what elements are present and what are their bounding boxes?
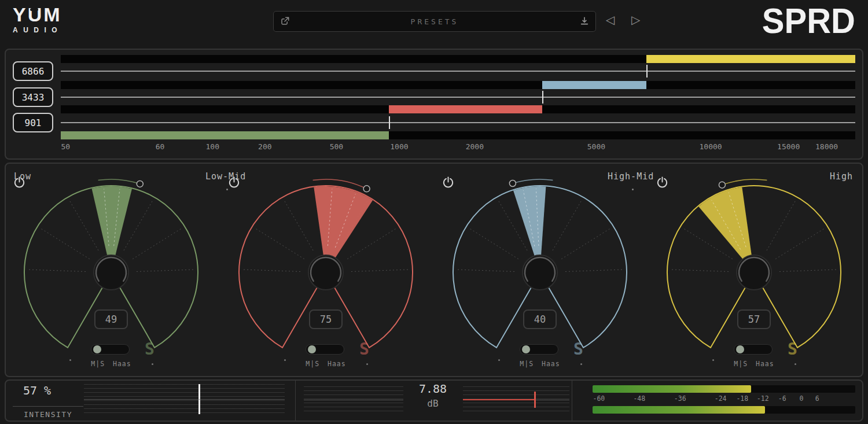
meter-tick: -36 — [674, 394, 686, 403]
ms-haas-toggle[interactable] — [520, 344, 558, 355]
meter-scale: -60 -48 -36 -24 -18 -12 -6 0 6 — [593, 394, 855, 404]
meter-right-fill — [593, 406, 765, 414]
width-value-low[interactable]: 49 — [94, 309, 128, 329]
crossover-value-low[interactable]: 901 — [13, 113, 53, 132]
meter-tick: 0 — [799, 394, 803, 403]
logo-audio-text: AUDIO — [13, 26, 62, 34]
band-dial-high: 57 S M|S Haas — [656, 175, 852, 375]
freq-tick: 60 — [156, 142, 165, 151]
width-dial[interactable] — [13, 175, 209, 372]
intensity-label: INTENSITY — [13, 406, 83, 419]
crossover-slider-mid[interactable] — [61, 97, 855, 98]
toggle-knob[interactable] — [522, 345, 530, 353]
power-button[interactable] — [227, 175, 241, 189]
intensity-value: 57 % — [23, 384, 51, 397]
meter-tick: -6 — [778, 394, 786, 403]
automation-dot — [284, 359, 286, 361]
load-preset-icon[interactable] — [579, 16, 590, 27]
automation-dot — [795, 363, 796, 365]
ms-haas-toggle[interactable] — [91, 344, 130, 355]
meter-tick: -60 — [593, 394, 605, 403]
db-slider-left[interactable] — [304, 386, 403, 413]
band-bar-low — [61, 131, 855, 139]
meter-tick: -48 — [633, 394, 645, 403]
crossover-value-high[interactable]: 6866 — [13, 61, 53, 81]
ms-haas-label: M|S Haas — [296, 360, 356, 368]
power-button[interactable] — [656, 175, 669, 189]
intensity-slider[interactable] — [84, 384, 285, 414]
freq-tick: 100 — [205, 142, 219, 151]
next-preset-button[interactable]: ▷ — [631, 13, 640, 27]
power-button[interactable] — [442, 175, 455, 189]
freq-tick: 15000 — [777, 142, 800, 151]
toggle-knob[interactable] — [736, 345, 744, 353]
logo-letter-y: Y — [13, 5, 28, 24]
db-readout: 7.88 dB — [405, 382, 461, 409]
solo-button[interactable]: S — [788, 340, 797, 359]
meter-tick: 6 — [815, 394, 819, 403]
width-dial[interactable] — [656, 175, 852, 372]
logo-letter-m: M — [43, 5, 61, 24]
solo-button[interactable]: S — [359, 340, 369, 359]
divider — [295, 381, 296, 421]
width-value-high-mid[interactable]: 40 — [523, 309, 557, 329]
yum-audio-logo: YUM AUDIO — [13, 5, 62, 34]
width-value-low-mid[interactable]: 75 — [309, 309, 343, 329]
automation-dot — [580, 363, 582, 365]
ms-haas-toggle[interactable] — [734, 344, 773, 355]
top-bar: YUM AUDIO PRESETS ◁ ▷ SPRD — [0, 0, 868, 46]
power-button[interactable] — [13, 175, 26, 189]
footer-bar: 57 % INTENSITY 7.88 dB -60 -48 -36 -24 — [5, 379, 863, 422]
db-slider-fill — [463, 399, 534, 400]
freq-tick: 10000 — [700, 142, 722, 151]
automation-dot — [69, 359, 71, 361]
freq-tick: 2000 — [466, 142, 484, 151]
freq-tick: 50 — [61, 142, 70, 151]
plugin-window: YUM AUDIO PRESETS ◁ ▷ SPRD — [0, 0, 868, 424]
meter-tick: -12 — [757, 394, 769, 403]
ms-haas-toggle[interactable] — [306, 344, 344, 355]
freq-tick: 200 — [258, 142, 271, 151]
crossover-slider-low[interactable] — [61, 122, 855, 123]
solo-button[interactable]: S — [573, 340, 583, 359]
band-segment-high-mid — [542, 81, 646, 89]
intensity-slider-handle[interactable] — [198, 384, 200, 414]
band-dial-high-mid: 40 S M|S Haas — [442, 175, 638, 375]
meter-left — [593, 385, 855, 393]
output-meters: -60 -48 -36 -24 -18 -12 -6 0 6 — [593, 381, 855, 421]
crossover-handle-mid[interactable] — [542, 91, 543, 104]
db-slider-handle[interactable] — [534, 392, 536, 408]
prev-preset-button[interactable]: ◁ — [606, 13, 615, 27]
solo-button[interactable]: S — [145, 340, 155, 359]
width-knobs-panel: Low Low-Mid High-Mid High 49 S M|S Haas … — [5, 163, 863, 377]
width-dial[interactable] — [442, 175, 638, 372]
logo-letter-u: U — [28, 5, 44, 24]
band-dial-low-mid: 75 S M|S Haas — [227, 175, 424, 375]
crossover-handle-high[interactable] — [646, 65, 648, 78]
logo-yum-text: YUM — [13, 5, 62, 24]
toggle-knob[interactable] — [308, 345, 316, 353]
logo-eye-dot — [30, 8, 33, 11]
width-value-high[interactable]: 57 — [737, 309, 771, 329]
db-unit: dB — [405, 398, 461, 409]
db-slider-right[interactable] — [463, 386, 569, 413]
presets-label[interactable]: PRESETS — [296, 17, 573, 26]
band-segment-low-mid — [389, 105, 542, 113]
crossover-value-mid[interactable]: 3433 — [13, 87, 53, 107]
meter-tick: -24 — [715, 394, 727, 403]
ms-haas-label: M|S Haas — [510, 360, 570, 368]
export-preset-icon[interactable] — [279, 16, 290, 27]
band-bar-low-mid — [61, 105, 855, 113]
frequency-ruler: 50 60 100 200 500 1000 2000 5000 10000 1… — [61, 142, 855, 154]
automation-dot — [498, 359, 500, 361]
band-bar-high-mid — [61, 81, 855, 89]
meter-tick: -18 — [736, 394, 748, 403]
toggle-knob[interactable] — [93, 345, 101, 353]
band-segment-low — [61, 131, 389, 139]
presets-bar[interactable]: PRESETS — [273, 11, 596, 32]
band-bar-high — [61, 55, 855, 63]
crossover-slider-high[interactable] — [61, 71, 855, 72]
db-value: 7.88 — [405, 382, 461, 396]
width-dial[interactable] — [227, 175, 424, 372]
crossover-handle-low[interactable] — [389, 116, 390, 129]
